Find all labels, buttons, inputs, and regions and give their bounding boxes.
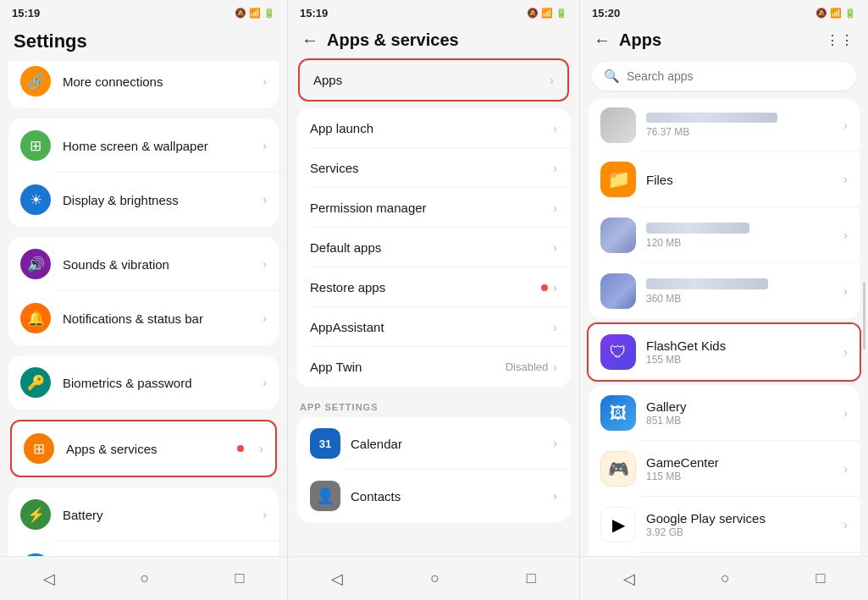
apps-services-inner[interactable]: ⊞ Apps & services › — [12, 421, 275, 476]
settings-item-battery[interactable]: ⚡ Battery › — [8, 487, 279, 542]
calendar-icon-text: 31 — [319, 438, 331, 450]
settings-group-battery: ⚡ Battery › 💾 Storage › 🛡 Security › — [8, 487, 279, 556]
services-chevron: › — [553, 162, 557, 175]
flashget-name: FlashGet Kids — [646, 339, 833, 353]
back-nav-1[interactable]: ◁ — [43, 570, 55, 588]
apps-services-title: Apps & services — [327, 30, 566, 50]
search-input[interactable] — [627, 69, 844, 83]
settings-item-sounds[interactable]: 🔊 Sounds & vibration › — [8, 237, 279, 291]
recents-nav-2[interactable]: □ — [527, 570, 536, 587]
partial-app-info: 76.37 MB — [646, 113, 833, 138]
biometrics-icon: 🔑 — [20, 367, 51, 398]
home-chevron: › — [263, 139, 267, 152]
default-apps-chevron: › — [553, 241, 557, 255]
home-nav-3[interactable]: ○ — [721, 570, 730, 587]
google-play-size: 3.92 GB — [646, 526, 833, 538]
apps-services-menu: App launch › Services › Permission manag… — [296, 108, 571, 387]
google-play-ar-item[interactable]: ▶ › — [589, 553, 860, 556]
blurred-app-2-icon — [600, 273, 636, 309]
search-icon: 🔍 — [604, 69, 620, 84]
back-nav-2[interactable]: ◁ — [331, 570, 343, 588]
blurred-app-1-size: 120 MB — [646, 237, 833, 249]
apps-title: Apps — [619, 30, 817, 50]
status-bar-2: 15:19 🔕 📶 🔋 — [288, 0, 579, 24]
apps-services-dot — [237, 445, 244, 452]
wifi-icon-2: 📶 — [541, 8, 553, 19]
app-launch-label: App launch — [310, 121, 553, 135]
blurred-app-1-info: 120 MB — [646, 223, 833, 249]
settings-item-home[interactable]: ⊞ Home screen & wallpaper › — [8, 118, 279, 173]
flashget-icon-glyph: 🛡 — [610, 343, 627, 362]
app-twin-item[interactable]: App Twin Disabled › — [296, 347, 571, 387]
apps-panel: 15:20 🔕 📶 🔋 ← Apps ⋮⋮ 🔍 76.37 MB — [580, 0, 868, 600]
apps-menu-highlighted[interactable]: Apps › — [298, 58, 569, 102]
settings-item-biometrics[interactable]: 🔑 Biometrics & password › — [8, 355, 279, 410]
home-nav-1[interactable]: ○ — [141, 570, 150, 587]
google-play-item[interactable]: ▶ Google Play services 3.92 GB › — [589, 497, 860, 553]
partial-app-item[interactable]: 76.37 MB › — [589, 99, 860, 151]
scroll-indicator — [863, 282, 865, 350]
battery-icon-3: 🔋 — [844, 8, 856, 19]
settings-item-notifications[interactable]: 🔔 Notifications & status bar › — [8, 291, 279, 345]
sounds-icon: 🔊 — [20, 249, 51, 279]
permission-manager-item[interactable]: Permission manager › — [296, 188, 571, 228]
home-nav-2[interactable]: ○ — [430, 570, 440, 587]
more-connections-item[interactable]: 🔗 More connections › — [8, 61, 279, 108]
back-nav-3[interactable]: ◁ — [623, 570, 635, 588]
notifications-chevron: › — [263, 311, 267, 325]
apps-services-back[interactable]: ← — [301, 30, 318, 50]
appassistant-item[interactable]: AppAssistant › — [296, 307, 571, 347]
calendar-chevron: › — [553, 437, 557, 450]
gamecenter-item[interactable]: 🎮 GameCenter 115 MB › — [589, 441, 860, 497]
apps-services-panel: 15:19 🔕 📶 🔋 ← Apps & services Apps › App… — [288, 0, 580, 600]
gamecenter-info: GameCenter 115 MB — [646, 455, 833, 482]
default-apps-item[interactable]: Default apps › — [296, 228, 571, 267]
blurred-1-chevron: › — [843, 228, 848, 242]
settings-item-storage[interactable]: 💾 Storage › — [8, 542, 279, 556]
mute-icon-2: 🔕 — [527, 8, 539, 19]
gallery-icon-glyph: 🖼 — [610, 404, 627, 423]
battery-label: Battery — [63, 508, 251, 522]
recents-nav-3[interactable]: □ — [815, 570, 825, 587]
apps-back[interactable]: ← — [594, 30, 611, 50]
recents-nav-1[interactable]: □ — [235, 570, 245, 587]
apps-services-item[interactable]: ⊞ Apps & services › — [10, 420, 277, 477]
contacts-app-item[interactable]: 👤 Contacts › — [296, 470, 571, 522]
files-app-info: Files — [646, 173, 833, 187]
app-twin-label: App Twin — [310, 360, 506, 374]
calendar-icon: 31 — [310, 428, 340, 459]
settings-group-bio: 🔑 Biometrics & password › — [8, 355, 279, 410]
blurred-app-1-icon — [600, 217, 636, 253]
more-connections-label: More connections — [63, 74, 251, 89]
blurred-app-1-item[interactable]: 120 MB › — [589, 207, 860, 263]
apps-search-bar[interactable]: 🔍 — [592, 62, 856, 91]
apps-more-icon[interactable]: ⋮⋮ — [826, 32, 854, 48]
gamecenter-chevron: › — [843, 462, 848, 476]
blurred-2-chevron: › — [843, 284, 848, 298]
files-app-item[interactable]: 📁 Files › — [589, 151, 860, 207]
gallery-item[interactable]: 🖼 Gallery 851 MB › — [589, 385, 860, 441]
calendar-app-item[interactable]: 31 Calendar › — [296, 417, 571, 470]
blurred-app-2-item[interactable]: 360 MB › — [589, 263, 860, 319]
google-play-info: Google Play services 3.92 GB — [646, 511, 833, 538]
blurred-app-2-info: 360 MB — [646, 278, 833, 305]
flashget-item-highlighted[interactable]: 🛡 FlashGet Kids 155 MB › — [587, 322, 861, 382]
services-item[interactable]: Services › — [296, 148, 571, 188]
mute-icon-1: 🔕 — [235, 8, 246, 19]
flashget-chevron: › — [843, 345, 848, 359]
files-icon-glyph: 📁 — [607, 168, 630, 190]
settings-item-display[interactable]: ☀ Display & brightness › — [8, 173, 279, 227]
notifications-label: Notifications & status bar — [63, 311, 251, 326]
status-icons-3: 🔕 📶 🔋 — [815, 8, 856, 19]
apps-menu-chevron: › — [550, 74, 554, 87]
apps-scroll: 76.37 MB › 📁 Files › 120 MB — [580, 99, 868, 556]
apps-menu-item[interactable]: Apps › — [300, 60, 567, 100]
blurred-app-2-size: 360 MB — [646, 293, 833, 305]
flashget-item[interactable]: 🛡 FlashGet Kids 155 MB › — [589, 324, 860, 380]
restore-apps-item[interactable]: Restore apps › — [296, 267, 571, 307]
display-label: Display & brightness — [63, 193, 251, 207]
app-launch-item[interactable]: App launch › — [296, 108, 571, 148]
app-twin-chevron: › — [553, 361, 557, 374]
display-icon: ☀ — [20, 184, 51, 215]
settings-group-main: ⊞ Home screen & wallpaper › ☀ Display & … — [8, 118, 279, 227]
